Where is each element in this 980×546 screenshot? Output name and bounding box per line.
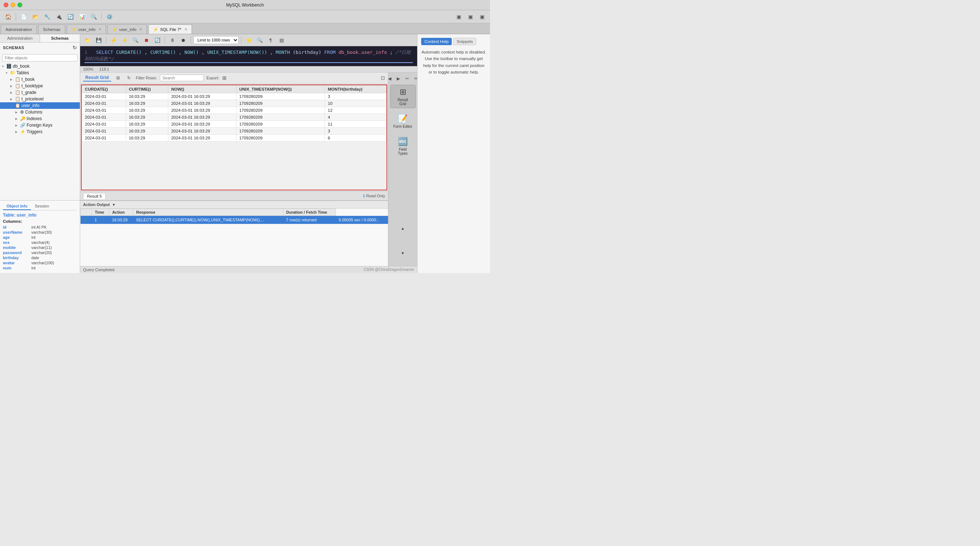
obj-tab-session[interactable]: Session [31,203,52,210]
tab-close-3[interactable]: ✕ [185,27,187,31]
column-row: userNamevarchar(30) [3,230,77,235]
obj-tab-info[interactable]: Object Info [3,203,31,210]
sql-sep3 [191,37,191,44]
t-pricelevel-label: t_pricelevel [21,97,44,102]
tree-item-t-pricelevel[interactable]: ▶ 📋 t_pricelevel [0,96,80,102]
chevron-right-icon2: ▶ [10,84,14,88]
ctx-tab-snippets[interactable]: Snippets [453,38,476,45]
col-type: varchar(4) [31,240,49,244]
ctx-tab-help[interactable]: Context Help [421,38,452,45]
table-cell: 2024-03-01 16:03:29 [168,121,236,128]
new-query-icon[interactable]: 📄 [19,12,29,22]
table-cell: 16:03:29 [126,121,168,128]
toggle-btn1[interactable]: ⏸ [168,36,177,44]
sidebar-left-icon[interactable]: ▣ [453,12,464,22]
collapse-down-btn[interactable]: ▼ [390,241,416,265]
tab-schemas[interactable]: Schemas [38,24,65,34]
tree-item-foreign-keys[interactable]: ▶ 🔗 Foreign Keys [0,122,80,129]
tree-item-db-book[interactable]: ▼ 🗄️ db_book [0,63,80,70]
explain-btn[interactable]: 🔍 [131,36,140,44]
tab-administration[interactable]: Administration [1,24,37,34]
line-nav-btn[interactable]: ¶ [266,36,275,44]
execute-current-btn[interactable]: ⚡ [120,36,129,44]
tab-close-2[interactable]: ✕ [139,27,142,31]
execute-btn[interactable]: ⚡ [109,36,118,44]
search-btn[interactable]: 🔍 [255,36,264,44]
action-row: ✓116:03:29SELECT CURDATE(),CURTIME(),NOW… [81,216,388,224]
tree-item-t-grade[interactable]: ▶ 📋 t_grade [0,89,80,96]
grid-view-icon[interactable]: ⊞ [114,74,122,82]
read-only-badge: ℹ Read Only [363,194,385,198]
table-cell: 16:03:29 [126,135,168,141]
sidebar-tabs: Administration Schemas [0,34,80,43]
toolbar-icon2[interactable]: 🔧 [42,12,52,22]
tab-user-info-1[interactable]: ⚡ user_info ✕ [67,24,106,34]
tab-user-info-2[interactable]: ⚡ user_info ✕ [107,24,147,34]
field-types-sidebar-btn[interactable]: 🔤 Field Types [390,134,416,158]
toolbar-icon5[interactable]: 📊 [77,12,87,22]
maximize-button[interactable] [18,3,22,7]
close-button[interactable] [4,3,8,7]
refresh-grid-icon[interactable]: ↻ [125,74,133,82]
form-editor-sidebar-btn[interactable]: 📝 Form Editor [390,110,416,133]
field-types-icon: 🔤 [398,137,408,146]
tree-item-t-book[interactable]: ▶ 📋 t_book [0,76,80,83]
limit-select[interactable]: Limit to 1000 rows [193,36,239,44]
open-file-btn[interactable]: 📁 [83,36,92,44]
schemas-refresh-icon[interactable]: ↻ [73,45,77,51]
sidebar-tab-schemas[interactable]: Schemas [40,34,80,42]
bookmark-btn[interactable]: ⭐ [244,36,254,44]
filter-objects-input[interactable] [2,54,78,62]
more-btn[interactable]: ▤ [277,36,286,44]
action-cell: 0.00035 sec / 0.0000... [336,216,388,224]
obj-info-title: Table: user_info [3,213,77,217]
sidebar-center-icon[interactable]: ▣ [465,12,476,22]
col-type: varchar(100) [31,260,54,265]
save-btn[interactable]: 💾 [94,36,103,44]
result-tab-5[interactable]: Result 5 [83,193,106,199]
snippet-btn2[interactable]: ✏ [412,75,417,83]
toolbar-icon3[interactable]: 🔌 [54,12,64,22]
result-col-header: NOW() [168,86,236,93]
sql-editor[interactable]: 1 SELECT CURDATE() , CURTIME() , NOW() ,… [80,46,417,66]
collapse-up-btn[interactable]: ▲ [390,217,416,240]
minimize-button[interactable] [11,3,15,7]
sidebar-tab-admin[interactable]: Administration [0,34,40,42]
nav-back-btn[interactable]: ◀ [386,75,394,83]
result-grid-sidebar-btn[interactable]: ⊞ Result Grid [390,85,416,108]
export-icon[interactable]: ⊞ [222,75,227,81]
tree-item-indexes[interactable]: ▶ 🔑 Indexes [0,115,80,122]
nav-forward-btn[interactable]: ▶ [395,75,402,83]
action-dropdown-icon[interactable]: ▼ [112,203,116,207]
expand-icon[interactable]: ⊡ [381,75,385,81]
tree-item-user-info[interactable]: ▼ 📋 user_info [0,102,80,109]
toggle-btn2[interactable]: ⏺ [178,36,188,44]
action-cell: 7 row(s) returned [283,216,336,224]
settings-icon[interactable]: ⚙️ [104,12,115,22]
filter-search-input[interactable] [160,75,204,81]
cursor-position: 119:1 [99,67,109,71]
result-grid-tab-btn[interactable]: Result Grid [83,74,111,81]
table-row: 2024-03-0116:03:292024-03-01 16:03:29170… [82,114,387,121]
titlebar: MySQL Workbench [0,0,490,10]
tab-sql-file[interactable]: ⚡ SQL File 7* ✕ [148,24,192,34]
toolbar-icon4[interactable]: 🔄 [65,12,75,22]
snippet-btn1[interactable]: ✂ [403,75,411,83]
tab-close-1[interactable]: ✕ [99,27,101,31]
home-icon[interactable]: 🏠 [3,12,13,22]
tree-item-t-booktype[interactable]: ▶ 📋 t_booktype [0,83,80,89]
table-cell: 1709280209 [236,93,325,100]
open-icon[interactable]: 📂 [30,12,40,22]
sidebar-right-icon[interactable]: ▣ [477,12,487,22]
refresh-btn[interactable]: 🔄 [153,36,162,44]
sql-paren: (birthday) [293,49,321,55]
toolbar-icon6[interactable]: 🔍 [89,12,99,22]
result-header-row: CURDATE()CURTIME()NOW()UNIX_TIMESTAMP(NO… [82,86,387,93]
tree-item-columns[interactable]: ▶ ⚙ Columns [0,109,80,115]
result-col-header: MONTH(birthday) [325,86,386,93]
tree-item-triggers[interactable]: ▶ ⚡ Triggers [0,129,80,135]
tree-item-tables[interactable]: ▼ 📁 Tables [0,70,80,76]
stop-btn[interactable]: ⏹ [142,36,151,44]
columns-section-label: Columns: [3,219,77,224]
result-tab-5-label: Result 5 [87,194,102,198]
